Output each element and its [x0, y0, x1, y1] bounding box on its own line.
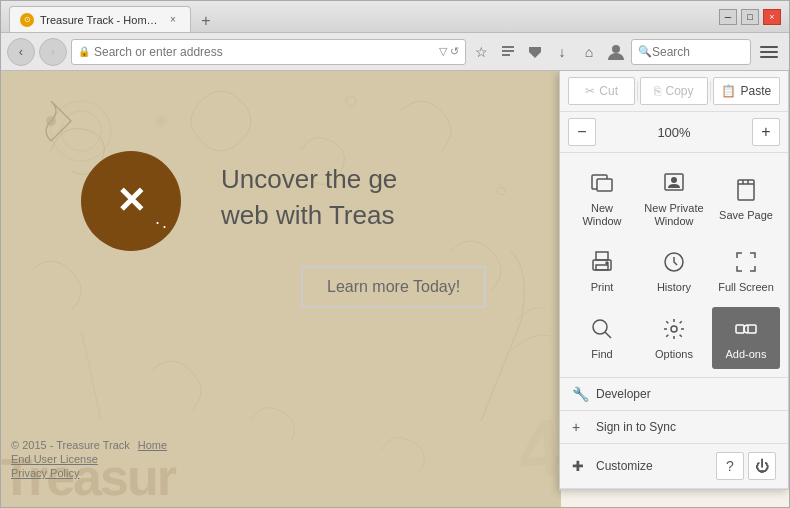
- power-button[interactable]: ⏻: [748, 452, 776, 480]
- menu-footer-buttons: ? ⏻: [716, 452, 776, 480]
- svg-point-10: [46, 116, 56, 126]
- developer-label: Developer: [596, 387, 651, 401]
- treasure-background: ✕ ·. Uncover the ge web with Treas Learn…: [1, 71, 561, 507]
- svg-rect-2: [502, 54, 510, 56]
- new-window-label: New Window: [572, 202, 632, 228]
- print-menu-item[interactable]: Print: [568, 240, 636, 302]
- customize-icon: ✚: [572, 458, 588, 474]
- menu-line-3: [760, 56, 778, 58]
- separator-v1: [637, 81, 638, 101]
- save-page-menu-item[interactable]: Save Page: [712, 161, 780, 236]
- copy-button[interactable]: ⎘ Copy: [640, 77, 707, 105]
- back-button[interactable]: ‹: [7, 38, 35, 66]
- full-screen-menu-item[interactable]: Full Screen: [712, 240, 780, 302]
- svg-point-3: [612, 45, 620, 53]
- find-menu-item[interactable]: Find: [568, 307, 636, 369]
- tab-close-button[interactable]: ×: [166, 13, 180, 27]
- svg-point-14: [671, 177, 677, 183]
- options-menu-item[interactable]: Options: [640, 307, 708, 369]
- paste-button[interactable]: 📋 Paste: [713, 77, 780, 105]
- logo-x-mark: ✕: [116, 180, 146, 222]
- active-tab[interactable]: ⊙ Treasure Track - Home Pa... ×: [9, 6, 191, 32]
- new-private-window-menu-item[interactable]: New PrivateWindow: [640, 161, 708, 236]
- new-window-icon: [588, 169, 616, 197]
- nav-icons-right: ☆ ↓ ⌂: [470, 41, 627, 63]
- svg-point-9: [497, 187, 505, 195]
- window-controls: ─ □ ×: [719, 9, 781, 25]
- lock-icon: 🔒: [78, 46, 90, 57]
- customize-row: ✚ Customize ? ⏻: [560, 444, 788, 489]
- full-screen-icon: [732, 248, 760, 276]
- svg-point-24: [593, 320, 607, 334]
- sign-in-icon: +: [572, 419, 588, 435]
- learn-more-button[interactable]: Learn more Today!: [301, 266, 486, 308]
- logo-dots: ·.: [155, 212, 169, 233]
- add-ons-icon: [732, 315, 760, 343]
- zoom-out-button[interactable]: −: [568, 118, 596, 146]
- forward-button[interactable]: ›: [39, 38, 67, 66]
- separator-v2: [710, 81, 711, 101]
- svg-point-8: [346, 96, 356, 106]
- title-bar: ⊙ Treasure Track - Home Pa... × + ─ □ ×: [1, 1, 789, 33]
- developer-menu-item[interactable]: 🔧 Developer: [560, 378, 788, 411]
- search-magnifier-icon: 🔍: [638, 45, 652, 58]
- svg-rect-0: [502, 46, 514, 48]
- developer-icon: 🔧: [572, 386, 588, 402]
- search-bar-container: 🔍: [631, 39, 751, 65]
- new-window-menu-item[interactable]: New Window: [568, 161, 636, 236]
- svg-rect-19: [596, 252, 608, 260]
- help-button[interactable]: ?: [716, 452, 744, 480]
- address-input[interactable]: [94, 45, 435, 59]
- svg-rect-15: [738, 180, 754, 200]
- zoom-in-button[interactable]: +: [752, 118, 780, 146]
- paste-icon: 📋: [721, 84, 736, 98]
- firefox-menu: ✂ Cut ⎘ Copy 📋 Paste − 100% +: [559, 71, 789, 490]
- svg-point-26: [671, 326, 677, 332]
- svg-point-22: [606, 262, 608, 264]
- svg-rect-27: [736, 325, 744, 333]
- save-page-icon: [732, 176, 760, 204]
- svg-rect-28: [748, 325, 756, 333]
- tab-area: ⊙ Treasure Track - Home Pa... × +: [9, 1, 217, 32]
- reader-icon[interactable]: [497, 41, 519, 63]
- minimize-button[interactable]: ─: [719, 9, 737, 25]
- options-label: Options: [655, 348, 693, 361]
- headline-line1: Uncover the ge: [221, 161, 397, 197]
- hamburger-menu-button[interactable]: [755, 38, 783, 66]
- home-icon[interactable]: ⌂: [578, 41, 600, 63]
- maximize-button[interactable]: □: [741, 9, 759, 25]
- watermark-left: Treasur: [1, 447, 175, 507]
- download-icon[interactable]: ↓: [551, 41, 573, 63]
- menu-line-2: [760, 51, 778, 53]
- cut-button[interactable]: ✂ Cut: [568, 77, 635, 105]
- new-tab-button[interactable]: +: [195, 10, 217, 32]
- address-bar-container: 🔒 ▽ ↺: [71, 39, 466, 65]
- copy-icon: ⎘: [654, 84, 661, 98]
- logo-circle: ✕ ·.: [81, 151, 181, 251]
- find-label: Find: [591, 348, 612, 361]
- add-ons-menu-item[interactable]: Add-ons: [712, 307, 780, 369]
- customize-left[interactable]: ✚ Customize: [572, 458, 653, 474]
- print-label: Print: [591, 281, 614, 294]
- print-icon: [588, 248, 616, 276]
- edit-controls-row: ✂ Cut ⎘ Copy 📋 Paste: [560, 71, 788, 112]
- customize-label: Customize: [596, 459, 653, 473]
- options-icon: [660, 315, 688, 343]
- history-menu-item[interactable]: History: [640, 240, 708, 302]
- bookmark-icon[interactable]: ☆: [470, 41, 492, 63]
- svg-rect-12: [597, 179, 612, 191]
- headline: Uncover the ge web with Treas: [221, 161, 397, 234]
- sign-in-menu-item[interactable]: + Sign in to Sync: [560, 411, 788, 444]
- new-private-window-label: New PrivateWindow: [644, 202, 703, 228]
- pocket-icon[interactable]: [524, 41, 546, 63]
- avatar-icon[interactable]: [605, 41, 627, 63]
- add-ons-label: Add-ons: [726, 348, 767, 361]
- refresh-icon[interactable]: ↺: [450, 45, 459, 58]
- new-private-window-icon: [660, 169, 688, 197]
- tab-title: Treasure Track - Home Pa...: [40, 14, 160, 26]
- address-icons: ▽ ↺: [439, 45, 459, 58]
- close-window-button[interactable]: ×: [763, 9, 781, 25]
- filter-icon[interactable]: ▽: [439, 45, 447, 58]
- tab-favicon: ⊙: [20, 13, 34, 27]
- menu-line-1: [760, 46, 778, 48]
